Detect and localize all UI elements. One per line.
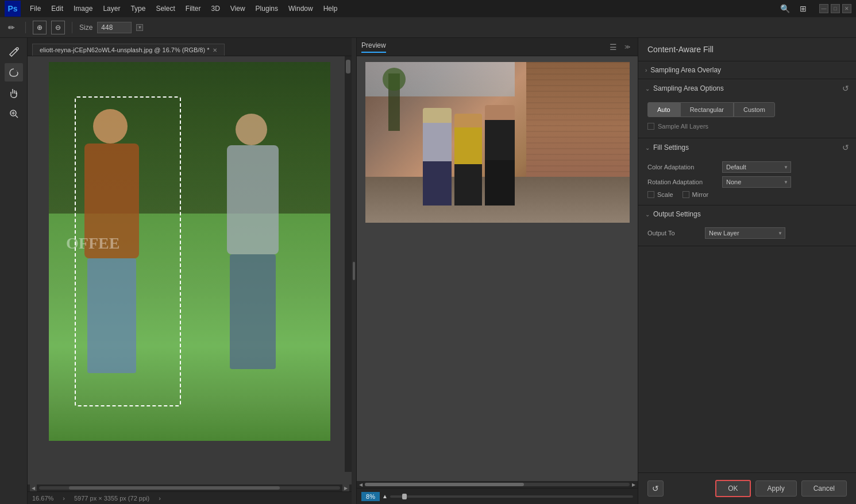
options-toolbar: ✏ ⊕ ⊖ Size ▼ [0,17,856,38]
apply-button[interactable]: Apply [755,480,797,497]
scale-checkbox[interactable] [647,191,654,198]
menu-help[interactable]: Help [319,2,342,15]
canvas-photo-container: OFFEE [28,56,352,484]
cancel-button[interactable]: Cancel [801,480,847,497]
scroll-track-h[interactable] [39,486,340,490]
nav-arrow-2: › [159,495,161,502]
scale-label: Scale [657,191,673,198]
brush-icon[interactable]: ✏ [5,21,18,34]
sampling-options-section: ⌄ Sampling Area Options ↺ Auto Rectangul… [638,79,856,138]
canvas-area: eliott-reyna-jCEpN62oWL4-unsplash.jpg @ … [28,38,352,504]
preview-scroll-h[interactable]: ◀ ▶ [357,481,638,488]
zoom-tool[interactable] [5,104,23,123]
preview-photo [365,62,630,223]
rotation-adaptation-select[interactable]: None Low Medium High Full [722,176,791,188]
canvas-tab[interactable]: eliott-reyna-jCEpN62oWL4-unsplash.jpg @ … [32,44,225,56]
sampling-options-header[interactable]: ⌄ Sampling Area Options ↺ [638,79,856,98]
menu-view[interactable]: View [226,2,250,15]
output-to-select[interactable]: New Layer Duplicate Layer Current Layer [705,227,785,239]
output-settings-content: Output To New Layer Duplicate Layer Curr… [638,223,856,246]
sample-all-layers-row: Sample All Layers [647,122,847,131]
output-settings-header[interactable]: ⌄ Output Settings [638,206,856,223]
toolbar-separator [25,22,26,33]
maximize-button[interactable]: □ [831,4,840,13]
fill-settings-content: Color Adaptation Default None Low High V… [638,157,856,205]
ok-button[interactable]: OK [715,480,750,497]
scroll-thumb-h[interactable] [69,486,280,490]
menu-select[interactable]: Select [151,2,179,15]
canvas-status-bar: 16.67% › 5977 px × 3355 px (72 ppi) › [28,491,352,504]
size-dropdown[interactable]: ▼ [136,24,143,31]
lasso-tool[interactable] [5,63,23,82]
sampling-options-title: Sampling Area Options [653,84,724,92]
divider-handle [353,262,355,280]
menu-edit[interactable]: Edit [47,2,68,15]
mirror-checkbox[interactable] [683,191,689,198]
panel-divider[interactable] [352,38,356,504]
preview-scroll-track[interactable] [365,483,630,486]
canvas-scroll-h[interactable]: ◀ ▶ [28,484,352,491]
scroll-right-icon[interactable]: ▶ [632,482,635,487]
close-button[interactable]: ✕ [842,4,851,13]
search-icon[interactable]: 🔍 [778,2,792,15]
sampling-overlay-chevron: › [645,67,647,73]
sampling-overlay-header[interactable]: › Sampling Area Overlay [638,61,856,79]
undo-button[interactable]: ↺ [647,480,664,497]
scroll-right-icon[interactable]: ▶ [342,484,349,491]
zoom-slider-thumb[interactable] [402,494,407,499]
toolbar-separator-2 [72,22,72,33]
add-selection-icon[interactable]: ⊕ [33,21,47,34]
canvas-scroll-v[interactable] [345,56,352,472]
panel-title: Content-Aware Fill [647,45,714,54]
zoom-slider[interactable] [390,495,633,498]
output-settings-chevron: ⌄ [645,211,650,218]
fill-settings-reset-icon[interactable]: ↺ [842,143,849,152]
sampling-options-reset-icon[interactable]: ↺ [842,84,849,93]
sampling-custom-button[interactable]: Custom [734,102,775,117]
sampling-auto-button[interactable]: Auto [647,102,680,117]
preview-scroll-thumb[interactable] [365,483,524,486]
sampling-rectangular-button[interactable]: Rectangular [680,102,734,117]
subtract-selection-icon[interactable]: ⊖ [51,21,65,34]
scroll-thumb-v[interactable] [346,60,350,73]
scale-checkbox-item: Scale [647,191,673,198]
output-to-row: Output To New Layer Duplicate Layer Curr… [647,227,847,239]
preview-collapse-icon[interactable]: ≫ [622,41,633,53]
canvas-tab-close-icon[interactable]: ✕ [213,47,217,53]
size-input[interactable] [97,22,132,33]
zoom-level: 16.67% [32,495,53,502]
menu-image[interactable]: Image [69,2,97,15]
layout-icon[interactable]: ⊞ [796,2,810,15]
scroll-left-icon[interactable]: ◀ [30,484,37,491]
fill-checkboxes-row: Scale Mirror [647,191,847,198]
sample-all-layers-checkbox[interactable] [647,123,654,130]
sampling-buttons-group: Auto Rectangular Custom [647,102,847,117]
image-dimensions: 5977 px × 3355 px (72 ppi) [74,495,149,502]
menu-layer[interactable]: Layer [98,2,125,15]
hand-tool[interactable] [5,84,23,102]
brush-tool[interactable] [5,42,23,61]
color-adaptation-select-wrapper: Default None Low High Very High [722,161,791,173]
size-label: Size [79,24,92,32]
menu-file[interactable]: File [25,2,45,15]
menu-3d[interactable]: 3D [206,2,224,15]
rotation-adaptation-select-wrapper: None Low Medium High Full [722,176,791,188]
preview-menu-icon[interactable]: ☰ [610,42,617,52]
menu-filter[interactable]: Filter [181,2,206,15]
scroll-left-icon[interactable]: ◀ [359,482,363,487]
menu-window[interactable]: Window [284,2,318,15]
fill-settings-header[interactable]: ⌄ Fill Settings ↺ [638,138,856,157]
output-settings-title: Output Settings [653,210,701,218]
color-adaptation-select[interactable]: Default None Low High Very High [722,161,791,173]
canvas-photo[interactable]: OFFEE [49,62,330,441]
canvas-viewport[interactable]: OFFEE [28,56,352,484]
preview-image-area[interactable] [357,56,638,481]
menu-type[interactable]: Type [126,2,150,15]
nav-arrow: › [63,495,65,502]
menu-plugins[interactable]: Plugins [251,2,283,15]
app-logo: Ps [5,1,21,17]
minimize-button[interactable]: — [819,4,828,13]
output-settings-section: ⌄ Output Settings Output To New Layer Du… [638,206,856,246]
svg-point-0 [16,48,18,50]
preview-tab-label[interactable]: Preview [361,41,386,53]
